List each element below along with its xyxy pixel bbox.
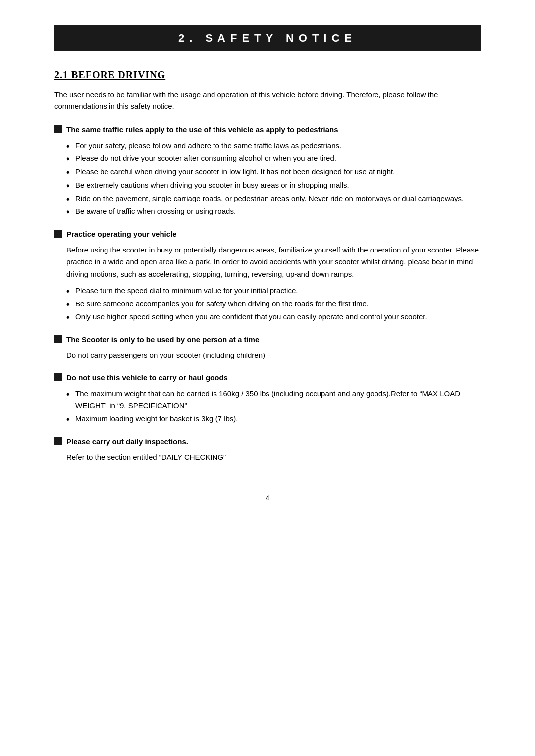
page-title: 2. SAFETY NOTICE [54,32,481,45]
black-square-icon [54,125,62,133]
subsection-body: Do not carry passengers on your scooter … [66,350,481,362]
section-title-block: 2.1 BEFORE DRIVING [54,69,481,81]
list-item: Please be careful when driving your scoo… [66,166,481,178]
bullet-list: The maximum weight that can be carried i… [66,388,481,425]
subsection-title: The Scooter is only to be used by one pe… [66,334,259,346]
list-item: The maximum weight that can be carried i… [66,388,481,412]
list-item: Maximum loading weight for basket is 3kg… [66,413,481,425]
black-square-icon [54,373,62,381]
subsection-header-traffic-rules: The same traffic rules apply to the use … [54,124,481,136]
page: 2. SAFETY NOTICE 2.1 BEFORE DRIVING The … [54,0,481,756]
section-title: 2.1 BEFORE DRIVING [54,69,165,80]
black-square-icon [54,437,62,445]
main-section: 2.1 BEFORE DRIVING The user needs to be … [54,69,481,463]
subsection-title: Do not use this vehicle to carry or haul… [66,372,228,384]
subsection-daily-inspections: Please carry out daily inspections.Refer… [54,436,481,463]
list-item: Be aware of traffic when crossing or usi… [66,205,481,218]
list-item: Be extremely cautions when driving you s… [66,179,481,192]
subsection-one-person: The Scooter is only to be used by one pe… [54,334,481,361]
subsection-practice-operating: Practice operating your vehicleBefore us… [54,229,481,323]
list-item: Please do not drive your scooter after c… [66,152,481,165]
subsection-no-goods: Do not use this vehicle to carry or haul… [54,372,481,425]
black-square-icon [54,230,62,238]
subsection-header-one-person: The Scooter is only to be used by one pe… [54,334,481,346]
list-item: Only use higher speed setting when you a… [66,311,481,323]
bullet-list: Please turn the speed dial to minimum va… [66,285,481,323]
bullet-list: For your safety, please follow and adher… [66,140,481,218]
subsection-body: Refer to the section entitled “DAILY CHE… [66,452,481,464]
page-header: 2. SAFETY NOTICE [54,25,481,51]
black-square-icon [54,335,62,343]
subsection-traffic-rules: The same traffic rules apply to the use … [54,124,481,218]
subsection-title: Please carry out daily inspections. [66,436,188,448]
list-item: Please turn the speed dial to minimum va… [66,285,481,297]
intro-text: The user needs to be familiar with the u… [54,89,481,112]
subsection-body: Before using the scooter in busy or pote… [66,244,481,281]
subsection-header-practice-operating: Practice operating your vehicle [54,229,481,240]
list-item: Be sure someone accompanies you for safe… [66,298,481,310]
subsection-title: Practice operating your vehicle [66,229,177,240]
subsections-container: The same traffic rules apply to the use … [54,124,481,463]
subsection-header-no-goods: Do not use this vehicle to carry or haul… [54,372,481,384]
page-number: 4 [54,493,481,502]
subsection-header-daily-inspections: Please carry out daily inspections. [54,436,481,448]
list-item: Ride on the pavement, single carriage ro… [66,193,481,205]
list-item: For your safety, please follow and adher… [66,140,481,152]
subsection-title: The same traffic rules apply to the use … [66,124,338,136]
